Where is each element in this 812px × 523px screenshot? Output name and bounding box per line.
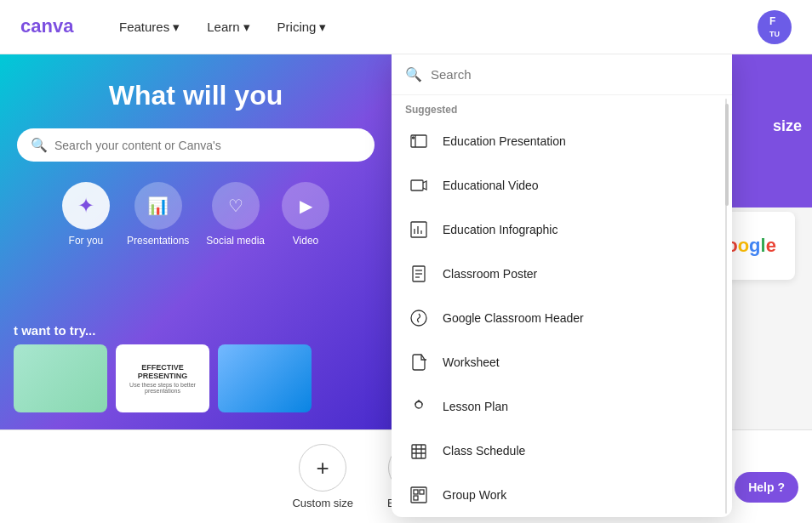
education-presentation-icon [405, 128, 432, 155]
category-video[interactable]: ▶ Video [282, 182, 329, 247]
svg-rect-28 [420, 490, 424, 494]
chevron-down-icon: ▾ [243, 20, 250, 35]
try-title: t want to try... [14, 323, 378, 338]
nav-pricing[interactable]: Pricing ▾ [267, 13, 337, 42]
nav-learn[interactable]: Learn ▾ [197, 13, 260, 42]
google-classroom-header-icon [405, 304, 432, 332]
categories: ✦ For you 📊 Presentations ♡ Social media… [17, 182, 375, 247]
education-infographic-label: Education Infographic [443, 223, 558, 236]
svg-rect-27 [414, 490, 418, 494]
dropdown-item-lesson-plan[interactable]: Lesson Plan [392, 384, 732, 429]
dropdown-item-class-schedule[interactable]: Class Schedule [392, 429, 732, 473]
presentations-label: Presentations [127, 235, 189, 247]
for-you-label: For you [69, 235, 104, 247]
help-button[interactable]: Help ? [735, 472, 798, 503]
scrollbar-track [725, 99, 727, 514]
svg-rect-7 [411, 180, 423, 190]
for-you-icon: ✦ [62, 182, 110, 230]
hero-title: What will you [109, 80, 283, 111]
video-label: Video [293, 235, 318, 247]
custom-size-action[interactable]: + Custom size [292, 444, 353, 509]
educational-video-icon [405, 172, 432, 199]
svg-text:canva: canva [20, 15, 74, 37]
dropdown-item-group-work[interactable]: Group Work [392, 473, 732, 517]
nav-items: Features ▾ Learn ▾ Pricing ▾ [109, 13, 758, 42]
lesson-plan-icon [405, 393, 432, 420]
svg-rect-8 [411, 222, 426, 237]
try-card-2[interactable]: EFFECTIVE PRESENTING Use these steps to … [116, 344, 209, 412]
search-icon: 🔍 [405, 66, 422, 82]
social-media-icon: ♡ [212, 182, 260, 230]
search-icon: 🔍 [31, 137, 48, 153]
worksheet-label: Worksheet [443, 355, 500, 369]
education-presentation-label: Education Presentation [443, 134, 566, 148]
suggested-label: Suggested [392, 95, 732, 119]
help-label: Help ? [748, 480, 785, 494]
class-schedule-icon [405, 437, 432, 464]
main-content: What will you 🔍 ✦ For you 📊 Presentation… [0, 54, 812, 523]
custom-size-icon: + [299, 444, 346, 492]
classroom-poster-label: Classroom Poster [443, 267, 537, 281]
social-media-label: Social media [206, 235, 265, 247]
group-work-label: Group Work [443, 488, 506, 502]
dropdown-item-classroom-poster[interactable]: Classroom Poster [392, 252, 732, 296]
pricing-label: Pricing [277, 20, 317, 34]
dropdown-item-google-classroom-header[interactable]: Google Classroom Header [392, 296, 732, 340]
lesson-plan-label: Lesson Plan [443, 400, 508, 413]
dropdown-item-educational-video[interactable]: Educational Video [392, 163, 732, 207]
google-classroom-header-label: Google Classroom Header [443, 311, 584, 325]
dropdown-search-bar[interactable]: 🔍 [392, 54, 732, 95]
features-label: Features [119, 20, 169, 34]
try-cards: EFFECTIVE PRESENTING Use these steps to … [14, 344, 378, 412]
svg-rect-29 [414, 496, 418, 500]
hero-search-bar[interactable]: 🔍 [17, 128, 375, 162]
hero-search-input[interactable] [54, 139, 361, 152]
svg-point-6 [413, 137, 415, 139]
worksheet-icon [405, 349, 432, 376]
category-presentations[interactable]: 📊 Presentations [127, 182, 189, 247]
category-social-media[interactable]: ♡ Social media [206, 182, 265, 247]
dropdown-item-education-presentation[interactable]: Education Presentation [392, 119, 732, 163]
try-card-3[interactable] [218, 344, 312, 412]
try-card-1[interactable] [14, 344, 107, 412]
category-for-you[interactable]: ✦ For you [62, 182, 110, 247]
dropdown-item-education-infographic[interactable]: Education Infographic [392, 207, 732, 252]
dropdown-search-input[interactable] [431, 67, 718, 82]
presentations-icon: 📊 [134, 182, 182, 230]
search-dropdown: 🔍 Suggested Education Presentation [392, 54, 732, 517]
canva-logo[interactable]: canva [20, 14, 89, 41]
svg-rect-19 [412, 445, 426, 458]
education-infographic-icon [405, 216, 432, 243]
custom-size-label: Custom size [292, 497, 353, 509]
scrollbar-thumb[interactable] [725, 104, 729, 206]
size-label: size [773, 117, 802, 135]
video-icon: ▶ [282, 182, 329, 230]
educational-video-label: Educational Video [443, 179, 539, 192]
avatar[interactable]: FTU [758, 10, 792, 44]
class-schedule-label: Class Schedule [443, 444, 525, 458]
classroom-poster-icon [405, 260, 432, 287]
dropdown-item-worksheet[interactable]: Worksheet [392, 340, 732, 384]
avatar-initials: FTU [769, 15, 780, 39]
group-work-icon [405, 481, 432, 509]
chevron-down-icon: ▾ [173, 20, 180, 35]
nav-features[interactable]: Features ▾ [109, 13, 190, 42]
navbar: canva Features ▾ Learn ▾ Pricing ▾ FTU [0, 0, 812, 54]
learn-label: Learn [207, 20, 239, 34]
chevron-down-icon: ▾ [319, 20, 326, 35]
